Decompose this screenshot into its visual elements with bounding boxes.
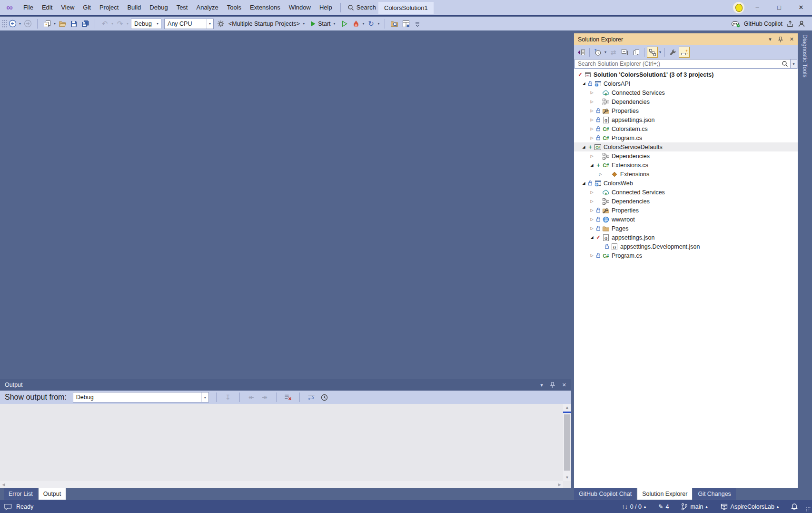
tab-github-copilot-chat[interactable]: GitHub Copilot Chat (574, 488, 636, 500)
close-icon[interactable]: ✕ (790, 36, 794, 42)
show-all-files-button[interactable] (631, 47, 642, 58)
chevron-down-icon[interactable]: ▾ (154, 19, 161, 29)
scrollbar-thumb[interactable] (564, 414, 570, 471)
expander-collapsed-icon[interactable]: ▷ (589, 118, 595, 122)
menu-view[interactable]: View (57, 0, 79, 15)
scroll-left-icon[interactable]: ◀ (0, 481, 7, 488)
chevron-down-icon[interactable]: ▾ (206, 19, 213, 29)
redo-button[interactable]: ↷ (114, 18, 126, 30)
menu-git[interactable]: Git (79, 0, 95, 15)
tree-item-appsettings-json[interactable]: ◢✓{}appsettings.json (574, 233, 798, 242)
pin-icon[interactable] (778, 36, 783, 43)
expander-collapsed-icon[interactable]: ▷ (589, 136, 595, 140)
pending-changes-filter-button[interactable]: T (592, 47, 603, 58)
tree-item-dependencies[interactable]: ▷Dependencies (574, 197, 798, 206)
tree-item-program-cs[interactable]: ▷C#Program.cs (574, 133, 798, 142)
menu-project[interactable]: Project (95, 0, 123, 15)
clear-all-button[interactable] (282, 392, 294, 403)
expander-collapsed-icon[interactable]: ▷ (589, 100, 595, 104)
find-in-files-button[interactable] (389, 18, 400, 30)
expander-collapsed-icon[interactable]: ▷ (589, 217, 595, 221)
save-all-button[interactable] (79, 18, 91, 30)
configuration-combobox[interactable]: Debug ▾ (131, 19, 161, 29)
file-nesting-button[interactable] (647, 47, 658, 58)
tab-git-changes[interactable]: Git Changes (693, 488, 735, 500)
expander-collapsed-icon[interactable]: ▷ (589, 127, 595, 131)
output-title-bar[interactable]: Output ▾ ✕ (0, 379, 571, 391)
menu-build[interactable]: Build (123, 0, 145, 15)
feedback-bubble-icon[interactable] (4, 503, 12, 511)
sync-commits-button[interactable]: ↑↓ 0 / 0 ▴ (622, 503, 646, 510)
tree-item-colorsitem-cs[interactable]: ▷C#Colorsitem.cs (574, 124, 798, 133)
timestamp-button[interactable] (319, 392, 330, 403)
expander-expanded-icon[interactable]: ◢ (581, 145, 587, 149)
close-button[interactable]: ✕ (790, 0, 812, 15)
solution-explorer-title-bar[interactable]: Solution Explorer ▾ ✕ (574, 33, 798, 45)
chevron-down-icon[interactable]: ▾ (126, 21, 129, 26)
expander-collapsed-icon[interactable]: ▷ (589, 199, 595, 203)
next-message-button[interactable]: ↠ (259, 392, 270, 403)
expander-collapsed-icon[interactable]: ▷ (589, 253, 595, 258)
titlebar-search-button[interactable]: Search ▾ (345, 4, 384, 11)
pin-icon[interactable] (550, 382, 555, 388)
open-file-button[interactable] (57, 18, 68, 30)
expander-collapsed-icon[interactable]: ▷ (589, 91, 595, 95)
save-button[interactable] (68, 18, 79, 30)
menu-debug[interactable]: Debug (145, 0, 172, 15)
tree-item-properties[interactable]: ▷Properties (574, 206, 798, 215)
tree-item-connected-services[interactable]: ▷Connected Services (574, 188, 798, 197)
chevron-down-icon[interactable]: ▾ (201, 392, 208, 402)
tree-item-properties[interactable]: ▷Properties (574, 106, 798, 115)
startup-projects-dropdown[interactable]: <Multiple Startup Projects> ▾ (227, 20, 307, 27)
notifications-button[interactable] (791, 503, 798, 511)
window-layout-button[interactable] (400, 18, 412, 30)
toolbar-drag-handle[interactable] (2, 20, 7, 28)
platform-combobox[interactable]: Any CPU ▾ (164, 19, 214, 29)
menu-analyze[interactable]: Analyze (192, 0, 222, 15)
tree-item-colorsservicedefaults[interactable]: ◢+C#ColorsServiceDefaults (574, 142, 798, 151)
tree-item-dependencies[interactable]: ▷Dependencies (574, 97, 798, 106)
expander-collapsed-icon[interactable]: ▷ (589, 109, 595, 113)
expander-collapsed-icon[interactable]: ▷ (589, 154, 595, 158)
vertical-scrollbar[interactable]: ▲ ▼ (563, 404, 571, 481)
tree-item-program-cs[interactable]: ▷C#Program.cs (574, 251, 798, 260)
close-icon[interactable]: ✕ (562, 382, 566, 388)
solution-explorer-search-box[interactable] (574, 59, 791, 69)
expander-expanded-icon[interactable]: ◢ (581, 81, 587, 86)
switch-views-button[interactable] (576, 47, 587, 58)
chevron-down-icon[interactable]: ▾ (362, 21, 366, 26)
tree-item-extensions-cs[interactable]: ◢+C#Extensions.cs (574, 161, 798, 170)
chevron-down-icon[interactable]: ▾ (53, 21, 57, 26)
tab-output[interactable]: Output (39, 488, 66, 500)
branch-picker-button[interactable]: main ▴ (681, 503, 707, 511)
maximize-button[interactable]: □ (768, 0, 790, 15)
expander-collapsed-icon[interactable]: ▷ (597, 172, 604, 176)
start-without-debugging-button[interactable] (339, 18, 350, 30)
expander-collapsed-icon[interactable]: ▷ (589, 208, 595, 212)
tree-item-appsettings-development-json[interactable]: {}appsettings.Development.json (574, 242, 798, 251)
toolbar-overflow-button[interactable] (412, 18, 423, 30)
collapse-all-button[interactable] (619, 47, 630, 58)
menu-file[interactable]: File (19, 0, 38, 15)
menu-extensions[interactable]: Extensions (246, 0, 285, 15)
restart-button[interactable]: ↻ (366, 18, 377, 30)
menu-edit[interactable]: Edit (38, 0, 57, 15)
chevron-down-icon[interactable]: ▾ (658, 50, 662, 54)
menu-window[interactable]: Window (285, 0, 315, 15)
tree-item-colorsweb[interactable]: ◢ColorsWeb (574, 179, 798, 188)
menu-tools[interactable]: Tools (223, 0, 246, 15)
diagnostic-tools-tab[interactable]: Diagnostic Tools (802, 34, 808, 78)
sync-with-active-document-button[interactable]: ⇄ (608, 47, 619, 58)
tree-item-connected-services[interactable]: ▷Connected Services (574, 88, 798, 97)
github-copilot-label[interactable]: GitHub Copilot (744, 20, 782, 27)
menu-help[interactable]: Help (315, 0, 337, 15)
github-copilot-icon[interactable] (731, 20, 740, 28)
expander-collapsed-icon[interactable]: ▷ (589, 190, 595, 194)
window-position-button[interactable]: ▾ (540, 382, 543, 388)
chevron-down-icon[interactable]: ▾ (604, 50, 607, 54)
chevron-down-icon[interactable]: ▾ (377, 21, 381, 26)
navigate-forward-button[interactable] (22, 18, 33, 30)
pending-edits-button[interactable]: ✎ 4 (658, 503, 669, 510)
message-level-button[interactable]: ↧ (222, 392, 234, 403)
repository-picker-button[interactable]: AspireColorsLab ▴ (720, 503, 779, 511)
